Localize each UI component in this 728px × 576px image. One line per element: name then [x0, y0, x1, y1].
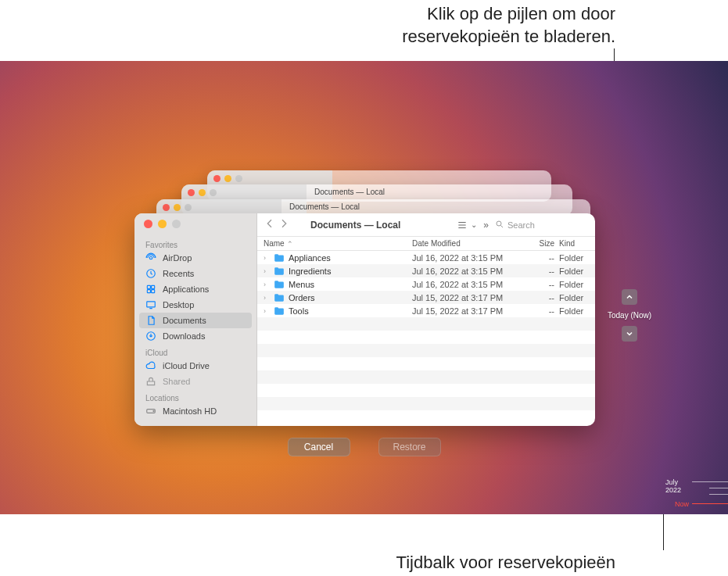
finder-sidebar: Favorites AirDrop Recents Applications D… — [134, 213, 257, 426]
table-row[interactable]: ›IngredientsJul 16, 2022 at 3:15 PM--Fol… — [257, 264, 595, 277]
sidebar-item-label: AirDrop — [163, 253, 192, 263]
stacked-window-title: Documents — Local — [289, 202, 360, 211]
file-size: -- — [514, 267, 554, 276]
sidebar-section-locations: Locations — [134, 392, 256, 403]
close-icon[interactable] — [144, 220, 152, 228]
table-row-empty — [257, 317, 595, 331]
file-name: Tools — [289, 306, 309, 316]
column-kind: Kind — [554, 239, 589, 248]
search-icon — [495, 220, 504, 231]
sidebar-item-label: Applications — [163, 284, 209, 294]
documents-icon — [145, 315, 156, 326]
airdrop-icon — [145, 252, 156, 263]
disclosure-triangle-icon[interactable]: › — [264, 294, 270, 302]
restore-button[interactable]: Restore — [378, 438, 441, 456]
file-kind: Folder — [554, 306, 589, 316]
applications-icon — [145, 284, 156, 295]
table-row[interactable]: ›AppliancesJul 16, 2022 at 3:15 PM--Fold… — [257, 251, 595, 264]
table-row[interactable]: ›OrdersJul 15, 2022 at 3:17 PM--Folder — [257, 291, 595, 304]
sidebar-item-recents[interactable]: Recents — [134, 266, 256, 281]
table-row[interactable]: ›ToolsJul 15, 2022 at 3:17 PM--Folder — [257, 304, 595, 317]
svg-rect-2 — [147, 285, 150, 288]
disclosure-triangle-icon[interactable]: › — [264, 254, 270, 262]
sidebar-item-label: iCloud Drive — [163, 361, 210, 370]
sidebar-item-label: Documents — [163, 316, 206, 325]
sidebar-item-label: Recents — [163, 269, 194, 278]
sidebar-item-applications[interactable]: Applications — [134, 281, 256, 297]
table-row[interactable]: ›MenusJul 16, 2022 at 3:15 PM--Folder — [257, 277, 595, 291]
downloads-icon — [145, 331, 156, 342]
sidebar-item-shared[interactable]: Shared — [134, 374, 256, 389]
table-row-empty — [257, 397, 595, 410]
window-title: Documents — Local — [310, 220, 400, 231]
sidebar-item-label: Macintosh HD — [163, 406, 217, 416]
svg-rect-4 — [147, 290, 150, 293]
folder-icon — [274, 280, 285, 289]
sidebar-item-documents[interactable]: Documents — [139, 313, 252, 328]
timeline-tick — [692, 481, 728, 482]
column-size: Size — [514, 239, 554, 248]
zoom-icon[interactable] — [172, 220, 181, 228]
sidebar-item-downloads[interactable]: Downloads — [134, 328, 256, 344]
timeline-tick — [709, 494, 728, 495]
sidebar-item-desktop[interactable]: Desktop — [134, 297, 256, 313]
disclosure-triangle-icon[interactable]: › — [264, 267, 270, 275]
finder-window: Favorites AirDrop Recents Applications D… — [134, 213, 595, 426]
disk-icon — [145, 406, 156, 417]
table-row-empty — [257, 344, 595, 357]
column-name: Name — [264, 239, 285, 248]
callout-text: reservekopieën te bladeren. — [402, 27, 615, 46]
sidebar-item-airdrop[interactable]: AirDrop — [134, 250, 256, 266]
folder-icon — [274, 306, 285, 316]
file-date: Jul 16, 2022 at 3:15 PM — [412, 267, 514, 276]
back-button[interactable] — [264, 217, 276, 233]
previous-backup-button[interactable] — [622, 289, 637, 305]
timeline-tick-now — [692, 503, 728, 504]
cancel-button[interactable]: Cancel — [288, 438, 350, 456]
file-kind: Folder — [554, 293, 589, 302]
file-size: -- — [514, 280, 554, 289]
file-date: Jul 15, 2022 at 3:17 PM — [412, 306, 514, 316]
svg-point-10 — [497, 221, 501, 226]
sidebar-item-macintosh-hd[interactable]: Macintosh HD — [134, 403, 256, 419]
file-name: Menus — [289, 280, 314, 289]
file-size: -- — [514, 253, 554, 263]
backup-timeline[interactable]: July 2022 Now — [665, 467, 728, 514]
cloud-icon — [145, 360, 156, 371]
sidebar-item-label: Shared — [163, 377, 190, 386]
search-input[interactable]: Search — [495, 220, 589, 231]
clock-icon — [145, 268, 156, 279]
file-date: Jul 15, 2022 at 3:17 PM — [412, 293, 514, 302]
shared-icon — [145, 376, 156, 387]
minimize-icon[interactable] — [158, 220, 167, 228]
table-row-empty — [257, 370, 595, 384]
folder-icon — [274, 267, 285, 276]
view-mode-control[interactable]: ⌄ — [457, 220, 477, 231]
current-backup-label: Today (Now) — [608, 311, 651, 320]
desktop-icon — [145, 299, 156, 310]
column-date: Date Modified — [412, 239, 514, 248]
svg-point-9 — [153, 410, 154, 411]
timeline-tick — [709, 488, 728, 488]
next-backup-button[interactable] — [622, 326, 637, 342]
file-date: Jul 16, 2022 at 3:15 PM — [412, 253, 514, 263]
file-size: -- — [514, 293, 554, 302]
search-placeholder: Search — [507, 220, 535, 230]
file-name: Ingredients — [289, 267, 331, 276]
callout-arrows: Klik op de pijlen om door reservekopieën… — [402, 3, 615, 48]
table-row-empty — [257, 410, 595, 424]
toolbar-overflow-button[interactable]: » — [483, 220, 489, 231]
folder-icon — [274, 253, 285, 263]
file-list: ›AppliancesJul 16, 2022 at 3:15 PM--Fold… — [257, 251, 595, 424]
sort-indicator-icon: ⌃ — [287, 240, 293, 248]
callout-text: Tijdbalk voor reservekopieën — [396, 553, 615, 572]
table-row-empty — [257, 384, 595, 397]
disclosure-triangle-icon[interactable]: › — [264, 281, 270, 288]
sidebar-item-icloud-drive[interactable]: iCloud Drive — [134, 358, 256, 374]
forward-button[interactable] — [278, 217, 290, 233]
file-name: Orders — [289, 293, 315, 302]
disclosure-triangle-icon[interactable]: › — [264, 307, 270, 315]
column-headers[interactable]: Name⌃ Date Modified Size Kind — [257, 237, 595, 251]
sidebar-section-icloud: iCloud — [134, 347, 256, 358]
timeline-now-label: Now — [675, 500, 689, 508]
